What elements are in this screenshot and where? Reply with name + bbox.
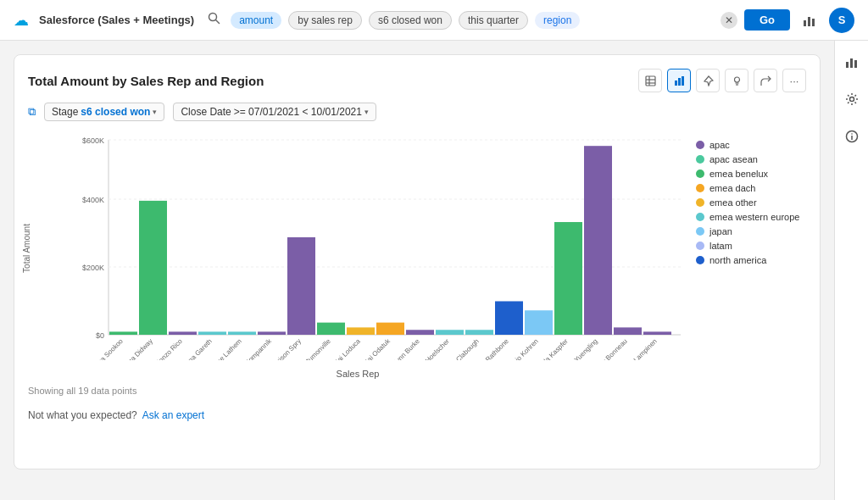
bar-11[interactable] bbox=[436, 330, 464, 335]
svg-text:$200K: $200K bbox=[82, 264, 104, 272]
svg-point-30 bbox=[851, 133, 853, 135]
svg-rect-4 bbox=[812, 19, 815, 26]
legend-item-8: north america bbox=[696, 255, 806, 265]
bar-5[interactable] bbox=[258, 331, 286, 335]
x-label-2: Alonzo Rico bbox=[153, 337, 184, 360]
legend-color-2 bbox=[696, 169, 704, 178]
legend-item-1: apac asean bbox=[696, 154, 806, 164]
svg-rect-10 bbox=[678, 78, 681, 86]
card-title: Total Amount by Sales Rep and Region bbox=[28, 74, 264, 88]
feedback-text: Not what you expected? bbox=[28, 409, 137, 421]
sidebar-chart-icon[interactable] bbox=[839, 49, 865, 75]
bar-14[interactable] bbox=[525, 310, 553, 335]
date-filter-value: >= 07/01/2021 < 10/01/2021 bbox=[234, 106, 362, 118]
date-filter-label: Close Date bbox=[181, 106, 231, 118]
bar-12[interactable] bbox=[465, 330, 493, 335]
legend-item-6: japan bbox=[696, 226, 806, 236]
legend-color-3 bbox=[696, 184, 704, 192]
table-view-button[interactable] bbox=[638, 69, 662, 92]
lightbulb-button[interactable] bbox=[725, 69, 748, 92]
bar-3[interactable] bbox=[198, 331, 226, 335]
pin-button[interactable] bbox=[696, 69, 720, 92]
search-icon[interactable] bbox=[208, 12, 220, 28]
clear-button[interactable]: ✕ bbox=[721, 12, 737, 29]
filter-bar: ⧉ Stage s6 closed won ▾ Close Date >= 07… bbox=[28, 103, 806, 121]
legend-item-5: emea western europe bbox=[696, 212, 806, 222]
legend-color-1 bbox=[696, 155, 704, 164]
legend-label-8: north america bbox=[709, 255, 766, 265]
bar-1[interactable] bbox=[139, 201, 167, 335]
svg-point-27 bbox=[849, 97, 854, 102]
svg-text:$0: $0 bbox=[96, 331, 104, 340]
main-layout: Total Amount by Sales Rep and Region bbox=[0, 41, 868, 500]
go-button[interactable]: Go bbox=[744, 9, 790, 31]
svg-text:$600K: $600K bbox=[82, 136, 104, 145]
svg-rect-3 bbox=[808, 17, 810, 26]
svg-text:$400K: $400K bbox=[82, 196, 104, 204]
legend-item-4: emea other bbox=[696, 197, 806, 208]
more-button[interactable]: ··· bbox=[782, 69, 806, 92]
pill-region[interactable]: region bbox=[535, 12, 580, 29]
bar-15[interactable] bbox=[554, 222, 582, 335]
bar-7[interactable] bbox=[317, 323, 345, 335]
svg-rect-11 bbox=[682, 76, 684, 86]
bar-13[interactable] bbox=[495, 301, 523, 335]
bar-chart-button[interactable] bbox=[667, 69, 691, 92]
legend-color-0 bbox=[696, 141, 704, 149]
x-label-1: Alina Didway bbox=[121, 337, 154, 360]
legend-label-2: emea benelux bbox=[709, 169, 768, 179]
sidebar-info-icon[interactable] bbox=[839, 124, 865, 149]
bar-18[interactable] bbox=[643, 331, 671, 335]
filter-icon: ⧉ bbox=[28, 105, 36, 119]
chart-footer: Showing all 19 data points bbox=[28, 386, 687, 396]
legend-label-0: apac bbox=[709, 140, 730, 150]
right-sidebar bbox=[834, 41, 868, 500]
salesforce-logo-icon: ☁ bbox=[14, 11, 29, 30]
svg-point-12 bbox=[734, 77, 739, 82]
bar-8[interactable] bbox=[347, 327, 375, 335]
svg-rect-24 bbox=[846, 62, 849, 68]
topbar: ☁ Salesforce (Sales + Meetings) amount b… bbox=[0, 0, 868, 41]
bar-0[interactable] bbox=[109, 331, 137, 335]
bar-17[interactable] bbox=[614, 327, 642, 335]
bar-chart-svg: $600K $400K $200K $0 Aleena SookooAlina … bbox=[70, 131, 681, 360]
legend-label-6: japan bbox=[709, 226, 732, 236]
feedback-bar: Not what you expected? Ask an expert bbox=[28, 409, 806, 421]
pill-by-sales-rep[interactable]: by sales rep bbox=[288, 11, 362, 30]
share-button[interactable] bbox=[754, 69, 777, 92]
svg-rect-26 bbox=[854, 60, 857, 68]
svg-rect-5 bbox=[646, 76, 655, 86]
x-label-13: Liv Rathbone bbox=[476, 337, 510, 360]
legend-color-4 bbox=[696, 198, 704, 207]
bar-4[interactable] bbox=[228, 331, 256, 335]
sidebar-settings-icon[interactable] bbox=[839, 86, 865, 112]
x-label-8: Kai Loduca bbox=[332, 337, 362, 360]
card-header: Total Amount by Sales Rep and Region bbox=[28, 69, 806, 92]
pill-amount[interactable]: amount bbox=[231, 12, 281, 29]
x-label-3: Briana Gareth bbox=[178, 337, 214, 360]
stage-filter[interactable]: Stage s6 closed won ▾ bbox=[44, 103, 164, 121]
y-axis-label: Total Amount bbox=[22, 224, 31, 273]
legend-label-7: latam bbox=[709, 241, 732, 251]
bar-16[interactable] bbox=[584, 146, 612, 335]
bar-6[interactable] bbox=[287, 237, 315, 335]
ask-expert-link[interactable]: Ask an expert bbox=[142, 409, 204, 421]
bar-9[interactable] bbox=[376, 323, 404, 335]
bar-10[interactable] bbox=[406, 330, 434, 335]
date-filter-caret: ▾ bbox=[364, 108, 369, 116]
avatar[interactable]: S bbox=[829, 8, 854, 33]
chart-icon[interactable] bbox=[797, 8, 822, 33]
legend-item-0: apac bbox=[696, 140, 806, 150]
svg-rect-25 bbox=[850, 58, 853, 68]
stage-filter-label: Stage bbox=[52, 106, 78, 118]
pill-this-quarter[interactable]: this quarter bbox=[459, 11, 528, 30]
legend-label-1: apac asean bbox=[709, 154, 758, 164]
app-title: Salesforce (Sales + Meetings) bbox=[39, 14, 194, 26]
pill-closed-won[interactable]: s6 closed won bbox=[369, 11, 452, 30]
chart-area: Total Amount $600K $400K bbox=[28, 131, 806, 396]
svg-rect-9 bbox=[675, 81, 677, 86]
date-filter[interactable]: Close Date >= 07/01/2021 < 10/01/2021 ▾ bbox=[173, 103, 376, 121]
legend-item-2: emea benelux bbox=[696, 169, 806, 179]
bar-2[interactable] bbox=[169, 331, 197, 335]
legend-color-6 bbox=[696, 227, 704, 236]
